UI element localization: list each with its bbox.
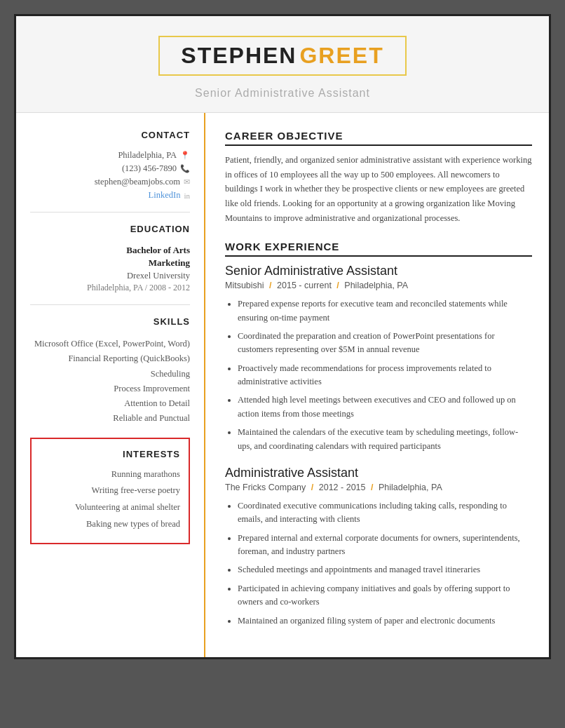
contact-city: Philadelphia, PA 📍 — [30, 150, 190, 161]
left-column: Contact Philadelphia, PA 📍 (123) 456-789… — [16, 113, 205, 657]
edu-location-year: Philadelphia, PA / 2008 - 2012 — [30, 283, 190, 293]
education-item: Bachelor of Arts Marketing Drexel Univer… — [30, 244, 190, 293]
interest-item: Volunteering at animal shelter — [40, 499, 180, 516]
bullet-item: Maintained the calendars of the executiv… — [238, 426, 532, 453]
job-1: Senior Administrative Assistant Mitsubis… — [225, 264, 532, 453]
last-name: GREET — [299, 43, 383, 68]
contact-linkedin[interactable]: LinkedIn in — [30, 190, 190, 201]
bullet-item: Attended high level meetings between exe… — [238, 393, 532, 421]
bullet-item: Proactively made recommendations for pro… — [238, 362, 532, 389]
contact-section-title: Contact — [30, 130, 190, 143]
bullet-item: Coordinated the preparation and creation… — [238, 330, 532, 357]
location-icon: 📍 — [180, 151, 190, 160]
skill-item: Process Improvement — [30, 382, 190, 396]
job-title-header: Senior Administrative Assistant — [30, 87, 535, 100]
email-icon: ✉ — [184, 177, 190, 187]
linkedin-icon: in — [184, 191, 190, 200]
job-2-meta: The Fricks Company / 2012 - 2015 / Phila… — [225, 483, 532, 492]
skill-item: Attention to Detail — [30, 396, 190, 411]
education-section-title: Education — [30, 224, 190, 237]
skill-item: Microsoft Office (Excel, PowerPoint, Wor… — [30, 337, 190, 351]
job-1-title: Senior Administrative Assistant — [225, 264, 532, 278]
resume-header: STEPHEN GREET Senior Administrative Assi… — [16, 16, 549, 113]
skill-item: Reliable and Punctual — [30, 411, 190, 426]
bullet-item: Prepared internal and external corporate… — [238, 532, 532, 559]
contact-phone: (123) 456-7890 📞 — [30, 163, 190, 174]
career-objective-text: Patient, friendly, and organized senior … — [225, 153, 532, 225]
career-objective-title: Career Objective — [225, 130, 532, 146]
job-1-bullets: Prepared expense reports for executive t… — [225, 297, 532, 453]
job-1-meta: Mitsubishi / 2015 - current / Philadelph… — [225, 281, 532, 290]
skill-item: Financial Reporting (QuickBooks) — [30, 351, 190, 366]
interest-item: Baking new types of bread — [40, 516, 180, 533]
edu-degree: Bachelor of Arts — [30, 244, 190, 257]
interest-item: Running marathons — [40, 466, 180, 483]
bullet-item: Participated in achieving company initia… — [238, 582, 532, 609]
job-2-bullets: Coordinated executive communications inc… — [225, 499, 532, 628]
work-experience-title: Work Experience — [225, 241, 532, 257]
edu-major: Marketing — [30, 257, 190, 269]
phone-icon: 📞 — [180, 164, 190, 173]
interest-item: Writing free-verse poetry — [40, 483, 180, 499]
resume-document: STEPHEN GREET Senior Administrative Assi… — [14, 14, 551, 659]
job-2: Administrative Assistant The Fricks Comp… — [225, 466, 532, 628]
skills-section-title: Skills — [30, 316, 190, 330]
bullet-item: Scheduled meetings and appointments and … — [238, 563, 532, 577]
bullet-item: Prepared expense reports for executive t… — [238, 297, 532, 325]
job-2-title: Administrative Assistant — [225, 466, 532, 480]
name-box: STEPHEN GREET — [158, 36, 406, 76]
bullet-item: Maintained an organized filing system of… — [238, 614, 532, 628]
edu-school: Drexel University — [30, 269, 190, 283]
body-container: Contact Philadelphia, PA 📍 (123) 456-789… — [16, 113, 549, 657]
interests-section-title: Interests — [40, 449, 180, 459]
bullet-item: Coordinated executive communications inc… — [238, 499, 532, 527]
skill-item: Scheduling — [30, 367, 190, 382]
contact-email: stephen@beamjobs.com ✉ — [30, 177, 190, 187]
right-column: Career Objective Patient, friendly, and … — [205, 113, 549, 657]
first-name: STEPHEN — [181, 43, 297, 68]
interests-box: Interests Running marathons Writing free… — [30, 438, 190, 544]
skills-list: Microsoft Office (Excel, PowerPoint, Wor… — [30, 337, 190, 426]
